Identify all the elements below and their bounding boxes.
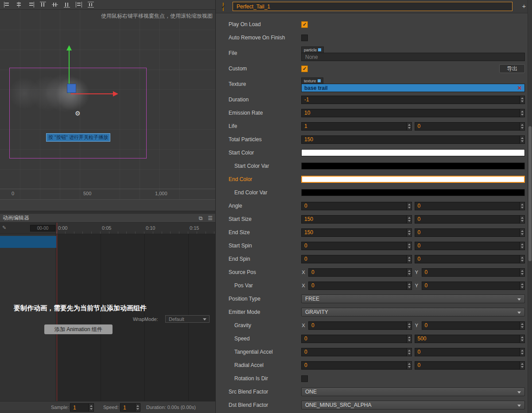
stepper[interactable]: [407, 255, 412, 263]
source-pos-y-input[interactable]: 0: [422, 268, 525, 277]
speed-stepper[interactable]: [135, 404, 140, 411]
selected-track-row[interactable]: [0, 236, 56, 248]
start-size-var-input[interactable]: 0: [415, 215, 525, 224]
node-enabled-checkbox[interactable]: [223, 3, 224, 11]
stepper[interactable]: [520, 202, 524, 210]
stepper[interactable]: [407, 322, 412, 329]
float-panel-icon[interactable]: ⧉: [199, 215, 203, 221]
stepper[interactable]: [407, 123, 412, 130]
stepper[interactable]: [407, 229, 412, 236]
panel-menu-icon[interactable]: ☰: [208, 215, 213, 221]
start-color-var-swatch[interactable]: [301, 162, 525, 170]
stepper[interactable]: [520, 136, 524, 143]
tab-animation-editor[interactable]: 动画编辑器: [3, 214, 29, 222]
speed-input[interactable]: 1: [120, 403, 140, 412]
scrollbar-thumb[interactable]: [528, 126, 532, 261]
distribute-horizontal-icon[interactable]: [76, 2, 82, 8]
stepper[interactable]: [520, 96, 524, 104]
stepper[interactable]: [407, 202, 412, 210]
align-bottom-icon[interactable]: [64, 2, 70, 8]
custom-checkbox[interactable]: [301, 66, 308, 72]
stepper[interactable]: [407, 362, 412, 369]
asset-link-icon[interactable]: [318, 48, 321, 51]
pos-var-y-input[interactable]: 0: [422, 282, 525, 290]
file-asset-field[interactable]: None: [301, 53, 525, 61]
speed-var-input[interactable]: 500: [415, 335, 525, 343]
gravity-y-input[interactable]: 0: [422, 321, 525, 330]
asset-link-icon[interactable]: [318, 79, 321, 82]
stepper[interactable]: [520, 282, 524, 289]
inspector-scrollbar[interactable]: [528, 0, 532, 413]
distribute-vertical-icon[interactable]: [88, 2, 94, 8]
stepper[interactable]: [520, 216, 524, 223]
emission-rate-input[interactable]: 10: [301, 109, 525, 117]
stepper[interactable]: [520, 229, 524, 236]
stepper[interactable]: [407, 348, 412, 356]
stepper[interactable]: [520, 123, 524, 130]
gizmo-x-arrow-icon[interactable]: [113, 91, 118, 96]
add-animation-component-button[interactable]: 添加 Animation 组件: [44, 324, 113, 334]
clear-texture-icon[interactable]: ✕: [517, 85, 522, 91]
speed-prop-input[interactable]: 0: [301, 335, 412, 343]
sample-input[interactable]: 1: [70, 403, 94, 412]
end-size-var-input[interactable]: 0: [415, 228, 525, 237]
toggle-particles-button[interactable]: 按 "按钮" 进行开关粒子播放: [46, 133, 110, 142]
stepper[interactable]: [407, 269, 412, 276]
start-spin-var-input[interactable]: 0: [415, 242, 525, 250]
align-right-icon[interactable]: [28, 2, 34, 8]
gizmo-xy-handle[interactable]: [67, 84, 76, 93]
playhead[interactable]: [57, 234, 57, 401]
angle-var-input[interactable]: 0: [415, 202, 525, 210]
stepper[interactable]: [407, 216, 412, 223]
stepper[interactable]: [407, 282, 412, 289]
stepper[interactable]: [520, 109, 524, 117]
auto-remove-checkbox[interactable]: [301, 35, 308, 41]
texture-asset-field[interactable]: base trail ✕: [301, 84, 525, 92]
end-size-input[interactable]: 150: [301, 228, 412, 237]
emitter-mode-select[interactable]: GRAVITY: [301, 308, 525, 317]
stepper[interactable]: [520, 362, 524, 369]
start-spin-input[interactable]: 0: [301, 242, 412, 250]
align-top-icon[interactable]: [40, 2, 46, 8]
end-spin-input[interactable]: 0: [301, 255, 412, 263]
tangential-accel-var-input[interactable]: 0: [415, 348, 525, 356]
stepper[interactable]: [520, 322, 524, 329]
end-spin-var-input[interactable]: 0: [415, 255, 525, 263]
gizmo-x-axis[interactable]: [71, 93, 113, 94]
total-particles-input[interactable]: 150: [301, 135, 525, 144]
tangential-accel-input[interactable]: 0: [301, 348, 412, 356]
stepper[interactable]: [520, 269, 524, 276]
src-blend-factor-select[interactable]: ONE: [301, 387, 525, 396]
end-color-swatch[interactable]: [301, 176, 525, 183]
align-vertical-center-icon[interactable]: [52, 2, 58, 8]
stepper[interactable]: [407, 242, 412, 250]
start-size-input[interactable]: 150: [301, 215, 412, 224]
gravity-x-input[interactable]: 0: [308, 321, 412, 330]
gizmo-y-arrow-icon[interactable]: [66, 45, 72, 50]
timeline-ruler[interactable]: ✎ 00-00 0:00 0:05 0:10 0:15: [0, 223, 215, 234]
add-button[interactable]: +: [520, 2, 528, 10]
stepper[interactable]: [520, 242, 524, 250]
align-left-icon[interactable]: [4, 2, 10, 8]
life-input[interactable]: 1: [301, 122, 412, 131]
radial-accel-var-input[interactable]: 0: [415, 361, 525, 370]
wrapmode-select[interactable]: Default: [165, 315, 210, 323]
stepper[interactable]: [520, 335, 524, 343]
duration-input[interactable]: -1: [301, 96, 525, 104]
source-pos-x-input[interactable]: 0: [308, 268, 412, 277]
stepper[interactable]: [407, 335, 412, 343]
edit-icon[interactable]: ✎: [2, 225, 6, 231]
playhead-ruler-line[interactable]: [57, 223, 57, 234]
dst-blend-factor-select[interactable]: ONE_MINUS_SRC_ALPHA: [301, 401, 525, 409]
position-type-select[interactable]: FREE: [301, 294, 525, 303]
align-horizontal-center-icon[interactable]: [16, 2, 22, 8]
life-var-input[interactable]: 0: [415, 122, 525, 131]
start-color-swatch[interactable]: [301, 149, 525, 156]
scene-view[interactable]: 使用鼠标右键平移视窗焦点，使用滚轮缩放视图 ⚙ 按 "按钮" 进行开关粒子播放 …: [0, 10, 215, 199]
export-button[interactable]: 导出: [499, 64, 525, 73]
end-color-var-swatch[interactable]: [301, 189, 525, 196]
stepper[interactable]: [520, 348, 524, 356]
sample-stepper[interactable]: [89, 404, 93, 411]
node-name-input[interactable]: Perfect_Tail_1: [233, 2, 513, 11]
angle-input[interactable]: 0: [301, 202, 412, 210]
